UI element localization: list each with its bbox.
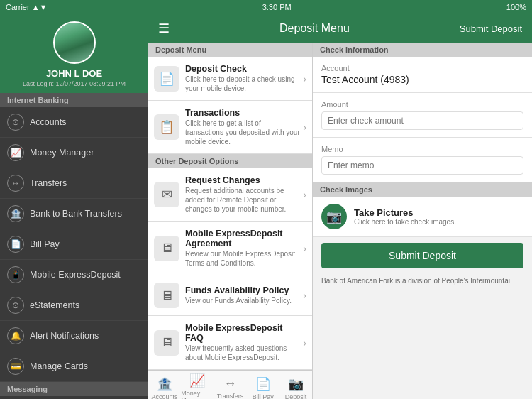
mobile-express-agreement-icon: 🖥 [154, 236, 179, 261]
tab-bar: 🏦 Accounts 📈 Money Manager ↔ Transfers 📄… [148, 370, 312, 399]
profile-name: JOHN L DOE [46, 68, 102, 79]
mobile-express-faq-chevron: › [303, 337, 306, 349]
tab-accounts[interactable]: 🏦 Accounts [148, 373, 181, 400]
avatar [53, 21, 96, 64]
tab-transfers-icon: ↔ [224, 376, 237, 391]
tab-money-manager[interactable]: 📈 Money Manager [181, 370, 214, 400]
transactions-item[interactable]: 📋 Transactions Click here to get a list … [148, 101, 312, 154]
sidebar-label-bank-to-bank: Bank to Bank Transfers [30, 209, 122, 219]
sidebar-item-money-manager[interactable]: 📈 Money Manager [0, 138, 148, 168]
transactions-text: Transactions Click here to get a list of… [185, 108, 300, 146]
mobile-express-agreement-desc: Review our Mobile ExpressDeposit Terms a… [185, 249, 300, 268]
time-label: 3:30 PM [262, 3, 292, 11]
sidebar-item-estatements[interactable]: ⊙ eStatements [0, 290, 148, 321]
sidebar-item-mobile-express[interactable]: 📱 Mobile ExpressDeposit [0, 260, 148, 290]
bank-to-bank-icon: 🏦 [7, 205, 24, 222]
tab-deposit-icon: 📷 [288, 376, 304, 392]
check-account-section: Account Test Account (4983) [313, 57, 532, 93]
sidebar-item-manage-cards[interactable]: 💳 Manage Cards [0, 351, 148, 382]
sidebar-item-bank-to-bank[interactable]: 🏦 Bank to Bank Transfers [0, 199, 148, 229]
mobile-express-agreement-chevron: › [303, 243, 306, 254]
mobile-express-agreement-text: Mobile ExpressDeposit Agreement Review o… [185, 229, 300, 268]
request-changes-chevron: › [303, 189, 306, 200]
hamburger-menu[interactable]: ☰ [158, 21, 170, 36]
transactions-desc: Click here to get a list of transactions… [185, 119, 300, 146]
amount-label: Amount [321, 100, 523, 109]
tab-bill-pay[interactable]: 📄 Bill Pay [247, 373, 279, 400]
app-layout: JOHN L DOE Last Login: 12/07/2017 03:29:… [0, 14, 532, 399]
request-changes-text: Request Changes Request additional accou… [185, 175, 300, 214]
check-memo-section: Memo [313, 138, 532, 182]
main-content: ☰ Deposit Menu Submit Deposit Deposit Me… [148, 14, 532, 399]
estatements-icon: ⊙ [7, 297, 24, 314]
sidebar-label-bill-pay: Bill Pay [30, 239, 60, 249]
deposit-menu-column: Deposit Menu 📄 Deposit Check Click here … [148, 43, 313, 399]
manage-cards-icon: 💳 [7, 358, 24, 375]
deposit-check-item[interactable]: 📄 Deposit Check Click here to deposit a … [148, 57, 312, 101]
profile-last-login: Last Login: 12/07/2017 03:29:21 PM [23, 80, 126, 87]
nav-title: Deposit Menu [279, 22, 350, 35]
funds-availability-title: Funds Availability Policy [185, 285, 300, 295]
top-nav: ☰ Deposit Menu Submit Deposit [148, 14, 532, 43]
take-pictures-title: Take Pictures [354, 207, 456, 218]
check-amount-section: Amount [313, 93, 532, 138]
deposit-check-chevron: › [303, 73, 306, 84]
sidebar-label-manage-cards: Manage Cards [30, 361, 88, 371]
account-label: Account [321, 64, 523, 72]
tab-bill-pay-icon: 📄 [255, 376, 271, 392]
funds-availability-chevron: › [303, 290, 306, 301]
sidebar-item-transfers[interactable]: ↔ Transfers [0, 168, 148, 199]
tab-deposit[interactable]: 📷 Deposit [279, 373, 312, 400]
battery-label: 100% [506, 3, 526, 11]
tab-transfers[interactable]: ↔ Transfers [214, 373, 246, 399]
mobile-express-faq-title: Mobile ExpressDeposit FAQ [185, 323, 300, 343]
mobile-express-icon: 📱 [7, 266, 24, 283]
avatar-image [55, 23, 94, 62]
check-info-section-label: Check Information [313, 43, 532, 57]
memo-input[interactable] [321, 156, 523, 175]
tab-money-manager-icon: 📈 [189, 373, 205, 388]
check-info-column: Check Information Account Test Account (… [313, 43, 532, 399]
footer-text: Bank of American Fork is a division of P… [313, 274, 532, 288]
sidebar-profile: JOHN L DOE Last Login: 12/07/2017 03:29:… [0, 14, 148, 93]
mobile-express-faq-icon: 🖥 [154, 330, 179, 356]
request-changes-desc: Request additional accounts be added for… [185, 186, 300, 214]
carrier-label: Carrier ▲▼ [6, 3, 47, 11]
sidebar: JOHN L DOE Last Login: 12/07/2017 03:29:… [0, 14, 148, 399]
take-pictures-text: Take Pictures Click here to take check i… [354, 207, 456, 226]
alert-icon: 🔔 [7, 327, 24, 344]
tab-accounts-label: Accounts [152, 393, 178, 400]
sidebar-item-accounts[interactable]: ⊙ Accounts [0, 107, 148, 138]
sidebar-item-alert-notifications[interactable]: 🔔 Alert Notifications [0, 321, 148, 351]
submit-deposit-button[interactable]: Submit Deposit [321, 243, 523, 268]
mobile-express-agreement-item[interactable]: 🖥 Mobile ExpressDeposit Agreement Review… [148, 222, 312, 275]
sidebar-section-internet-banking: Internet Banking [0, 93, 148, 107]
request-changes-item[interactable]: ✉ Request Changes Request additional acc… [148, 168, 312, 222]
mobile-express-agreement-title: Mobile ExpressDeposit Agreement [185, 229, 300, 248]
check-images-section-label: Check Images [313, 182, 532, 197]
mobile-express-faq-desc: View frequently asked questions about Mo… [185, 344, 300, 362]
request-changes-title: Request Changes [185, 175, 300, 185]
tab-bill-pay-label: Bill Pay [253, 393, 274, 400]
content-area: Deposit Menu 📄 Deposit Check Click here … [148, 43, 532, 399]
funds-availability-text: Funds Availability Policy View our Funds… [185, 285, 300, 305]
take-pictures-row[interactable]: 📷 Take Pictures Click here to take check… [313, 197, 532, 237]
sidebar-item-bill-pay[interactable]: 📄 Bill Pay [0, 229, 148, 260]
sidebar-item-offers-updates[interactable]: ⊙ Offers & Updates [0, 396, 148, 399]
money-manager-icon: 📈 [7, 144, 24, 161]
camera-icon: 📷 [321, 204, 347, 229]
deposit-menu-section-label: Deposit Menu [148, 43, 312, 57]
transactions-icon: 📋 [154, 114, 179, 140]
take-pictures-desc: Click here to take check images. [354, 218, 456, 226]
amount-input[interactable] [321, 111, 523, 130]
funds-availability-desc: View our Funds Availability Policy. [185, 296, 300, 305]
deposit-check-icon: 📄 [154, 66, 179, 92]
nav-submit-deposit[interactable]: Submit Deposit [460, 23, 522, 34]
tab-accounts-icon: 🏦 [157, 376, 172, 392]
sidebar-label-alert-notifications: Alert Notifications [30, 331, 99, 341]
deposit-check-title: Deposit Check [185, 64, 300, 74]
mobile-express-faq-item[interactable]: 🖥 Mobile ExpressDeposit FAQ View frequen… [148, 316, 312, 370]
sidebar-label-accounts: Accounts [30, 117, 66, 127]
transfers-icon: ↔ [7, 175, 24, 192]
funds-availability-item[interactable]: 🖥 Funds Availability Policy View our Fun… [148, 275, 312, 316]
